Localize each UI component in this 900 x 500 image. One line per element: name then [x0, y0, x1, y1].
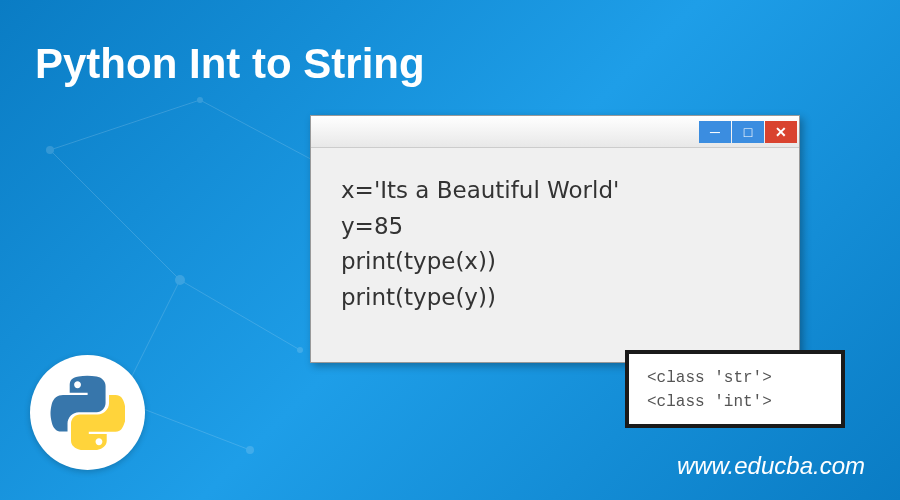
code-line: y=85: [341, 209, 769, 245]
close-button[interactable]: ✕: [765, 121, 797, 143]
output-line: <class 'int'>: [647, 390, 823, 414]
svg-line-4: [50, 100, 200, 150]
svg-line-2: [180, 280, 300, 350]
maximize-button[interactable]: □: [732, 121, 764, 143]
code-line: print(type(x)): [341, 244, 769, 280]
svg-point-6: [46, 146, 54, 154]
python-logo-badge: [30, 355, 145, 470]
svg-line-0: [50, 150, 180, 280]
svg-point-10: [246, 446, 254, 454]
page-title: Python Int to String: [35, 40, 425, 88]
code-line: x='Its a Beautiful World': [341, 173, 769, 209]
svg-point-9: [297, 347, 303, 353]
python-logo-icon: [50, 375, 125, 450]
svg-point-7: [175, 275, 185, 285]
minimize-icon: ─: [710, 124, 720, 140]
code-editor-window: ─ □ ✕ x='Its a Beautiful World' y=85 pri…: [310, 115, 800, 363]
website-url: www.educba.com: [677, 452, 865, 480]
code-line: print(type(y)): [341, 280, 769, 316]
minimize-button[interactable]: ─: [699, 121, 731, 143]
maximize-icon: □: [744, 124, 752, 140]
close-icon: ✕: [775, 124, 787, 140]
svg-point-11: [197, 97, 203, 103]
output-line: <class 'str'>: [647, 366, 823, 390]
output-console: <class 'str'> <class 'int'>: [625, 350, 845, 428]
window-titlebar: ─ □ ✕: [311, 116, 799, 148]
code-content-area: x='Its a Beautiful World' y=85 print(typ…: [311, 148, 799, 341]
